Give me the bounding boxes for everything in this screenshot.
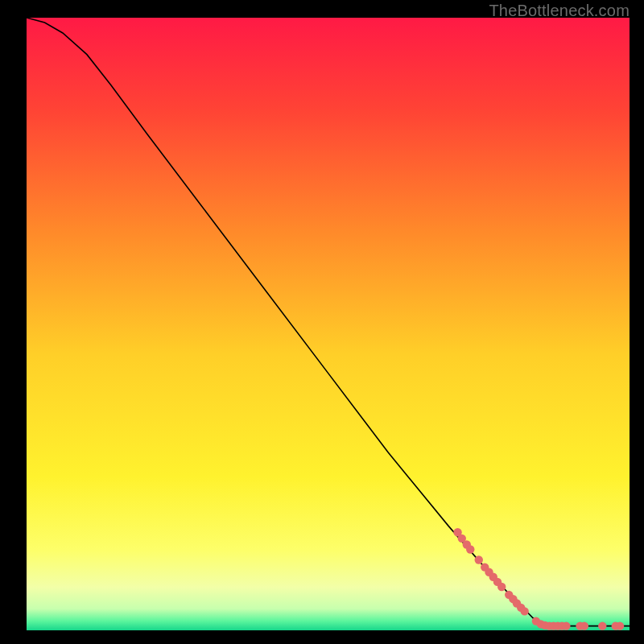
chart-stage: TheBottleneck.com (0, 0, 644, 644)
background-gradient (27, 18, 630, 630)
plot-area (27, 18, 630, 630)
svg-rect-0 (27, 18, 630, 630)
watermark-text: TheBottleneck.com (489, 2, 630, 20)
